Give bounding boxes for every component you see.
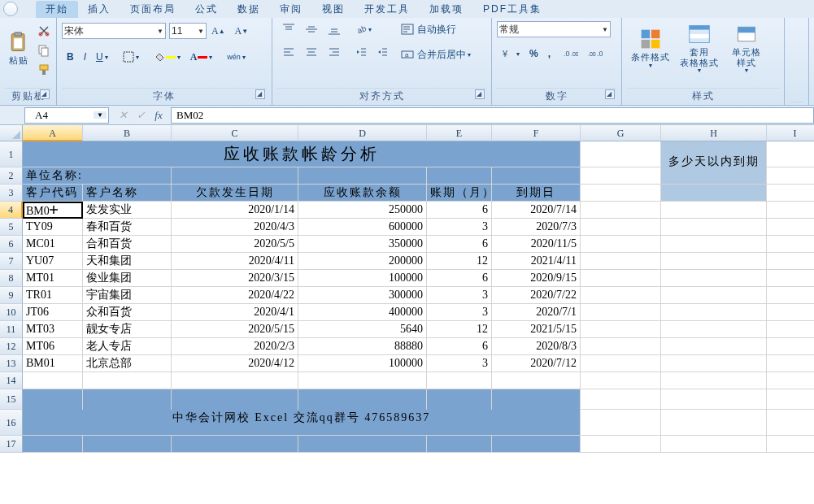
number-format-combo[interactable]: 常规▼ <box>497 21 611 37</box>
cell[interactable] <box>492 436 581 453</box>
cell[interactable] <box>492 372 581 389</box>
font-name-combo[interactable]: 宋体▼ <box>62 23 166 39</box>
cell[interactable] <box>581 389 661 410</box>
cell-term-4[interactable]: 6 <box>427 270 492 287</box>
paste-button[interactable]: 粘贴 <box>7 21 31 75</box>
cell[interactable] <box>767 304 814 321</box>
cell[interactable] <box>767 219 814 236</box>
cell-code-9[interactable]: BM01 <box>23 355 83 372</box>
increase-indent-button[interactable] <box>372 43 392 61</box>
cell-due-4[interactable]: 2020/9/15 <box>492 270 581 287</box>
cell[interactable] <box>427 372 492 389</box>
row-header-4[interactable]: 4 <box>0 202 23 219</box>
cell-name-2[interactable]: 合和百货 <box>83 236 172 253</box>
header-2[interactable]: 欠款发生日期 <box>172 185 298 202</box>
cell-name-4[interactable]: 俊业集团 <box>83 270 172 287</box>
cell[interactable] <box>767 321 814 338</box>
cell[interactable] <box>661 219 767 236</box>
row-header-14[interactable]: 14 <box>0 372 23 389</box>
tab-insert[interactable]: 插入 <box>78 1 120 18</box>
copy-button[interactable] <box>33 41 54 59</box>
cell[interactable] <box>767 202 814 219</box>
office-button[interactable] <box>3 2 29 16</box>
cell[interactable] <box>661 389 767 410</box>
column-header-A[interactable]: A <box>23 125 83 141</box>
cell-term-6[interactable]: 3 <box>427 304 492 321</box>
italic-button[interactable]: I <box>80 48 90 66</box>
phonetic-button[interactable]: wén▾ <box>223 48 250 66</box>
cell[interactable] <box>581 410 661 436</box>
spreadsheet-grid[interactable]: ABCDEFGHI 1234567891011121314151617 应收账款… <box>0 125 814 504</box>
conditional-formatting-button[interactable]: 条件格式▼ <box>629 21 673 75</box>
number-dialog-launcher[interactable]: ◢ <box>605 89 615 99</box>
cell[interactable] <box>83 372 172 389</box>
cell[interactable] <box>767 287 814 304</box>
cut-button[interactable] <box>33 22 54 40</box>
cell[interactable] <box>767 253 814 270</box>
orientation-button[interactable]: ab▾ <box>351 20 376 38</box>
cell-amount-8[interactable]: 88880 <box>298 338 427 355</box>
cell-date-5[interactable]: 2020/4/22 <box>172 287 298 304</box>
cell[interactable] <box>427 389 492 410</box>
select-all-corner[interactable] <box>0 125 23 141</box>
cell-date-0[interactable]: 2020/1/14 <box>172 202 298 219</box>
cell-term-8[interactable]: 6 <box>427 338 492 355</box>
cell-code-1[interactable]: TY09 <box>23 219 83 236</box>
font-color-button[interactable]: A▾ <box>186 48 217 66</box>
format-painter-button[interactable] <box>33 61 54 79</box>
align-bottom-button[interactable] <box>324 20 345 38</box>
cell-i1[interactable] <box>767 141 814 167</box>
cell-amount-9[interactable]: 100000 <box>298 355 427 372</box>
cell[interactable] <box>581 219 661 236</box>
cell-term-0[interactable]: 6 <box>427 202 492 219</box>
cell-styles-button[interactable]: 单元格 样式▼ <box>726 21 767 75</box>
cell[interactable] <box>581 253 661 270</box>
cell[interactable] <box>23 436 83 453</box>
unit-label-cell[interactable]: 单位名称: <box>23 167 172 185</box>
cell[interactable] <box>661 436 767 453</box>
align-middle-button[interactable] <box>301 20 322 38</box>
cell-date-3[interactable]: 2020/4/11 <box>172 253 298 270</box>
footer-cell[interactable]: 中华会计网校 Excel 交流qq群号 476589637 <box>23 410 581 436</box>
cell-code-8[interactable]: MT06 <box>23 338 83 355</box>
clipboard-dialog-launcher[interactable]: ◢ <box>40 89 50 99</box>
cell-code-3[interactable]: YU07 <box>23 253 83 270</box>
cell-amount-6[interactable]: 400000 <box>298 304 427 321</box>
cell-due-9[interactable]: 2020/7/12 <box>492 355 581 372</box>
cell[interactable] <box>661 202 767 219</box>
cell-g1[interactable] <box>581 141 661 167</box>
cell[interactable] <box>581 436 661 453</box>
cell[interactable] <box>661 236 767 253</box>
grow-font-button[interactable]: A▲ <box>207 22 229 40</box>
cell[interactable] <box>23 372 83 389</box>
cell[interactable] <box>661 253 767 270</box>
column-header-E[interactable]: E <box>427 125 492 141</box>
cell-date-6[interactable]: 2020/4/1 <box>172 304 298 321</box>
cell-date-2[interactable]: 2020/5/5 <box>172 236 298 253</box>
tab-review[interactable]: 审阅 <box>270 1 312 18</box>
cell-amount-1[interactable]: 600000 <box>298 219 427 236</box>
cell-due-7[interactable]: 2021/5/15 <box>492 321 581 338</box>
cell[interactable] <box>661 287 767 304</box>
tab-addins[interactable]: 加载项 <box>420 1 473 18</box>
header-0[interactable]: 客户代码 <box>23 185 83 202</box>
cell[interactable] <box>767 389 814 410</box>
underline-button[interactable]: U▾ <box>92 48 112 66</box>
font-size-combo[interactable]: 11▼ <box>169 23 207 39</box>
cell[interactable] <box>172 389 298 410</box>
cell-term-9[interactable]: 3 <box>427 355 492 372</box>
comma-button[interactable]: , <box>544 45 555 63</box>
format-as-table-button[interactable]: 套用 表格格式▼ <box>676 21 723 75</box>
cell[interactable] <box>298 167 427 185</box>
enter-button[interactable]: ✓ <box>132 107 150 124</box>
decrease-indent-button[interactable] <box>351 43 371 61</box>
tab-view[interactable]: 视图 <box>312 1 355 18</box>
row-header-5[interactable]: 5 <box>0 219 23 236</box>
cell[interactable] <box>767 338 814 355</box>
cell-name-7[interactable]: 靓女专店 <box>83 321 172 338</box>
cell-due-0[interactable]: 2020/7/14 <box>492 202 581 219</box>
cell[interactable] <box>767 372 814 389</box>
header-3[interactable]: 应收账款余额 <box>298 185 427 202</box>
cell-amount-5[interactable]: 300000 <box>298 287 427 304</box>
row-header-3[interactable]: 3 <box>0 185 23 202</box>
